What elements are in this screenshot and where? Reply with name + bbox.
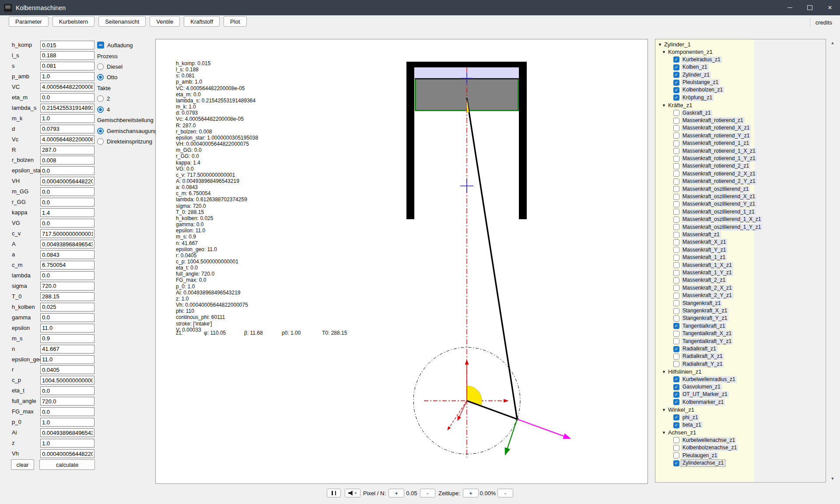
tree-item-Massenkraft_oszillierend_z1[interactable]: Massenkraft_oszillierend_z1	[681, 186, 750, 192]
tree-checkbox-Massenkraft_oszillierend_X_z1[interactable]	[673, 194, 679, 200]
param-input-epsilon_star[interactable]	[40, 166, 94, 175]
tree-expander-icon[interactable]: ▼	[662, 430, 666, 435]
tree-checkbox-Massenkraft_rotierend_1_Y_z1[interactable]	[673, 156, 679, 162]
pixel-minus-button[interactable]: -	[420, 489, 435, 497]
tree-checkbox-phi_z1[interactable]: ✓	[673, 414, 679, 420]
diesel-radio[interactable]	[97, 63, 104, 70]
param-input-epsilon_geo[interactable]	[40, 355, 94, 364]
tree-item-Massenkraft_2_z1[interactable]: Massenkraft_2_z1	[681, 277, 727, 284]
param-input-p_amb[interactable]	[40, 72, 94, 81]
tree-checkbox-Massenkraft_rotierend_1_z1[interactable]	[673, 140, 679, 147]
tree-item-Massenkraft_rotierend_Y_z1[interactable]: Massenkraft_rotierend_Y_z1	[681, 133, 751, 139]
tree-item-Stangenkraft_Y_z1[interactable]: Stangenkraft_Y_z1	[681, 315, 728, 322]
tree-item-Kröpfung_z1[interactable]: Kröpfung_z1	[681, 94, 714, 101]
tree-item-Pleulaugen_z1[interactable]: Pleulaugen_z1	[681, 452, 718, 459]
param-input-h_kolben[interactable]	[40, 303, 94, 312]
tree-item-Tangentialkraft_z1[interactable]: Tangentialkraft_z1	[681, 323, 726, 329]
tree-item-Radialkraft_X_z1[interactable]: Radialkraft_X_z1	[681, 353, 724, 360]
param-input-A[interactable]	[40, 240, 94, 248]
tree-checkbox-Kolben_z1[interactable]: ✓	[673, 64, 679, 70]
tree-item-Stangenkraft_X_z1[interactable]: Stangenkraft_X_z1	[681, 308, 728, 314]
tree-checkbox-Massenkraft_rotierend_Y_z1[interactable]	[673, 133, 679, 139]
zeitlupe-minus-button[interactable]: -	[497, 489, 513, 497]
param-input-s[interactable]	[40, 62, 94, 70]
tree-item-Massenkraft_oszillierend_1_X_z1[interactable]: Massenkraft_oszillierend_1_X_z1	[681, 216, 762, 223]
tree-checkbox-Gasvolumen_z1[interactable]: ✓	[673, 384, 679, 390]
param-input-gamma[interactable]	[40, 313, 94, 322]
tree-item-Massenkraft_Y_z1[interactable]: Massenkraft_Y_z1	[681, 247, 727, 253]
tree-checkbox-Kurbelwellenradius_z1[interactable]: ✓	[673, 376, 679, 382]
tree-item-Massenkraft_oszillierend_1_Y_z1[interactable]: Massenkraft_oszillierend_1_Y_z1	[681, 224, 762, 231]
tree-item-Massenkraft_rotierend_2_z1[interactable]: Massenkraft_rotierend_2_z1	[681, 163, 750, 169]
tree-expander-icon[interactable]: ▼	[658, 42, 662, 47]
tree-checkbox-Massenkraft_1_X_z1[interactable]	[673, 262, 679, 268]
tree-checkbox-OT_UT_Marker_z1[interactable]: ✓	[673, 392, 679, 398]
takte-4-radio[interactable]	[97, 106, 104, 113]
tree-item-Kolbenbolzen_z1[interactable]: Kolbenbolzen_z1	[681, 87, 724, 93]
tree-checkbox-Massenkraft_z1[interactable]	[673, 232, 679, 238]
tree-checkbox-Kröpfung_z1[interactable]: ✓	[673, 94, 679, 101]
tree-item-Kolben_z1[interactable]: Kolben_z1	[681, 64, 709, 70]
tree-checkbox-Radialkraft_X_z1[interactable]	[673, 354, 679, 360]
param-input-VG[interactable]	[40, 219, 94, 228]
tree-checkbox-Kolbenbolzen_z1[interactable]: ✓	[673, 87, 679, 93]
takte-2-radio[interactable]	[97, 95, 104, 102]
tree-checkbox-Pleulstange_z1[interactable]: ✓	[673, 80, 679, 86]
tree-checkbox-Pleulaugen_z1[interactable]	[673, 452, 679, 458]
tree-item-Kolbenmarker_z1[interactable]: Kolbenmarker_z1	[681, 399, 725, 406]
tree-checkbox-Massenkraft_2_Y_z1[interactable]	[673, 293, 679, 299]
param-input-lambda_s[interactable]	[40, 104, 94, 112]
param-input-c_v[interactable]	[40, 229, 94, 238]
tree-item-Massenkraft_2_X_z1[interactable]: Massenkraft_2_X_z1	[681, 285, 733, 291]
tree-item-Massenkraft_1_Y_z1[interactable]: Massenkraft_1_Y_z1	[681, 270, 733, 276]
tree-group-Komponenten_z1[interactable]: Komponenten_z1	[668, 49, 713, 55]
tree-checkbox-Massenkraft_2_X_z1[interactable]	[673, 285, 679, 291]
param-input-m_s[interactable]	[40, 334, 94, 343]
tree-checkbox-Kurbelradius_z1[interactable]: ✓	[673, 56, 679, 63]
tree-item-Radialkraft_z1[interactable]: Radialkraft_z1	[681, 346, 718, 352]
param-input-epsilon[interactable]	[40, 324, 94, 332]
param-input-T_0[interactable]	[40, 292, 94, 301]
tree-checkbox-Massenkraft_rotierend_1_X_z1[interactable]	[673, 148, 679, 154]
tree-checkbox-beta_z1[interactable]: ✓	[673, 422, 679, 428]
tree-checkbox-Massenkraft_X_z1[interactable]	[673, 239, 679, 245]
tree-group-Kräfte_z1[interactable]: Kräfte_z1	[668, 102, 693, 108]
gemischansaugung-radio[interactable]	[97, 128, 104, 134]
param-input-VC[interactable]	[40, 83, 94, 91]
tree-checkbox-Stangenkraft_X_z1[interactable]	[673, 308, 679, 314]
tree-item-Tangentialkraft_Y_z1[interactable]: Tangentialkraft_Y_z1	[681, 338, 733, 345]
tree-item-Massenkraft_rotierend_2_X_z1[interactable]: Massenkraft_rotierend_2_X_z1	[681, 171, 757, 177]
close-button[interactable]: ✕	[820, 0, 840, 15]
tree-item-Massenkraft_X_z1[interactable]: Massenkraft_X_z1	[681, 239, 727, 245]
mute-button[interactable]: ×	[345, 489, 360, 497]
tree-expander-icon[interactable]: ▼	[662, 103, 666, 108]
param-input-VH[interactable]	[40, 177, 94, 186]
calculate-button[interactable]: calculate	[39, 459, 95, 470]
tree-checkbox-Zylinder_z1[interactable]: ✓	[673, 72, 679, 78]
credits-button[interactable]: credits	[810, 18, 834, 27]
aufladung-checkbox[interactable]	[97, 42, 104, 49]
tree-item-Gasvolumen_z1[interactable]: Gasvolumen_z1	[681, 384, 722, 390]
param-input-r[interactable]	[40, 365, 94, 374]
tree-checkbox-Massenkraft_oszillierend_Y_z1[interactable]	[673, 201, 679, 207]
tree-checkbox-Zylinderachse_z1[interactable]: ✓	[673, 460, 679, 466]
param-input-full_angle[interactable]	[40, 397, 94, 406]
tree-checkbox-Kolbenmarker_z1[interactable]: ✓	[673, 399, 679, 405]
tree-checkbox-Massenkraft_rotierend_z1[interactable]	[673, 118, 679, 124]
tree-checkbox-Massenkraft_rotierend_X_z1[interactable]	[673, 125, 679, 131]
tree-item-phi_z1[interactable]: phi_z1	[681, 414, 699, 421]
simulation-canvas[interactable]: h_komp: 0.015l_s: 0.188s: 0.081p_amb: 1.…	[155, 39, 648, 484]
tree-item-Massenkraft_rotierend_X_z1[interactable]: Massenkraft_rotierend_X_z1	[681, 125, 751, 131]
tree-item-Massenkraft_oszillierend_Y_z1[interactable]: Massenkraft_oszillierend_Y_z1	[681, 201, 756, 207]
toolbar-button-ventile[interactable]: Ventile	[150, 16, 180, 27]
tree-item-Massenkraft_oszillierend_X_z1[interactable]: Massenkraft_oszillierend_X_z1	[681, 193, 756, 200]
param-input-FG_max[interactable]	[40, 407, 94, 416]
param-input-R[interactable]	[40, 146, 94, 154]
tree-checkbox-Massenkraft_rotierend_2_z1[interactable]	[673, 163, 679, 169]
toolbar-button-seitenansicht[interactable]: Seitenansicht	[98, 16, 146, 27]
tree-expander-icon[interactable]: ▼	[662, 370, 666, 374]
tree-checkbox-Tangentialkraft_X_z1[interactable]	[673, 331, 679, 337]
direkteinspritzung-radio[interactable]	[97, 138, 104, 145]
param-input-m_k[interactable]	[40, 114, 94, 123]
tree-checkbox-Radialkraft_Y_z1[interactable]	[673, 361, 679, 367]
